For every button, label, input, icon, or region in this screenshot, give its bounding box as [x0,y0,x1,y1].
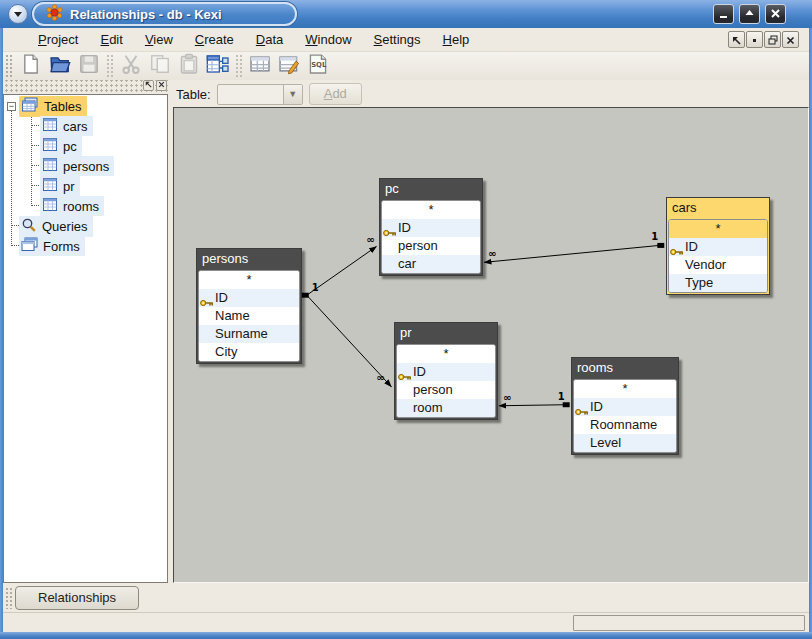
table-field-row[interactable]: person [397,381,495,399]
table-widget-pc[interactable]: pc * ID person car [379,178,483,276]
sidebar-item-pr[interactable]: pr [4,176,80,196]
menu-create[interactable]: Create [184,29,245,50]
maximize-button[interactable] [739,4,760,24]
mdi-close-button[interactable] [782,31,799,48]
cardinality-label: 1 [312,282,319,293]
menu-data[interactable]: Data [245,29,294,50]
table-field-row[interactable]: person [382,237,480,255]
table-field-row[interactable]: ID [382,219,480,237]
table-field-row[interactable]: Name [199,307,299,325]
navigator-close-button[interactable] [156,80,167,91]
tab-relationships[interactable]: Relationships [15,586,139,610]
new-document-icon [20,53,42,79]
minimize-button[interactable] [713,4,734,24]
statusbar [3,612,809,632]
mdi-restore-button[interactable] [728,31,745,48]
table-field-row[interactable]: car [382,255,480,273]
menu-help[interactable]: Help [432,29,481,50]
combo-dropdown-button[interactable]: ▼ [283,85,302,104]
table-widget-cars[interactable]: cars * ID Vendor Type [666,197,770,295]
main-toolbar: SQL [3,52,809,80]
close-icon [786,31,795,49]
relationships-canvas[interactable]: persons * ID Name Surname City pc * ID p… [173,107,809,583]
sidebar-item-forms[interactable]: Forms [4,236,85,256]
table-combo[interactable]: ▼ [217,84,303,105]
tabbar-grip[interactable] [5,587,12,609]
table-field-row[interactable]: * [574,380,676,398]
table-field-row[interactable]: Type [669,274,767,292]
table-widget-rooms[interactable]: rooms * ID Roomname Level [571,357,679,455]
kexi-flower-icon [46,4,63,25]
table-widget-title[interactable]: rooms [572,358,678,378]
table-field-row[interactable]: ID [669,238,767,256]
table-field-row[interactable]: Surname [199,325,299,343]
sql-view-button[interactable]: SQL [304,53,331,79]
table-widget-title[interactable]: cars [667,198,769,218]
table-widget-title[interactable]: persons [197,249,301,269]
paste-button [175,53,202,79]
menu-view[interactable]: View [134,29,184,50]
new-button[interactable] [17,53,44,79]
table-icon [42,137,58,155]
table-field-row[interactable]: Roomname [574,416,676,434]
menu-window[interactable]: Window [294,29,362,50]
sidebar-item-cars[interactable]: cars [4,116,93,136]
menu-project[interactable]: Project [27,29,89,50]
chevron-down-icon [13,10,23,18]
close-button[interactable] [765,4,786,24]
cut-scissors-icon [120,53,142,79]
titlebar[interactable]: Relationships - db - Kexi [0,0,812,28]
open-folder-icon [49,53,71,79]
table-widget-title[interactable]: pr [395,323,497,343]
sidebar-item-tables[interactable]: Tables [4,96,87,116]
table-field-row[interactable]: ID [199,289,299,307]
relationships-button[interactable] [204,53,231,79]
table-field-row[interactable]: * [199,271,299,289]
title-capsule: Relationships - db - Kexi [32,2,297,26]
relationship-line[interactable] [307,295,392,387]
sidebar-item-label: pc [63,139,77,154]
design-view-button[interactable] [275,53,302,79]
sidebar-item-pc[interactable]: pc [4,136,82,156]
table-field-row[interactable]: ID [574,398,676,416]
sidebar-item-label: persons [63,159,109,174]
mdi-minimize-button[interactable] [746,31,763,48]
table-icon [42,177,58,195]
tables-folder-icon [21,97,39,116]
table-combo-label: Table: [176,87,211,102]
chevron-down-icon: ▼ [288,89,297,99]
project-navigator: − Tables cars pc [3,94,168,583]
navigator-undock-button[interactable] [143,80,154,91]
table-widget-pr[interactable]: pr * ID person room [394,322,498,420]
toolbar-separator [106,54,113,78]
forms-icon [21,237,38,255]
menu-settings[interactable]: Settings [363,29,432,50]
table-field-row[interactable]: Vendor [669,256,767,274]
cardinality-label: 1 [651,231,658,242]
relationship-line[interactable] [484,245,659,262]
table-widget-persons[interactable]: persons * ID Name Surname City [196,248,302,364]
table-icon [42,197,58,215]
sidebar-item-rooms[interactable]: rooms [4,196,104,216]
table-field-row[interactable]: * [397,345,495,363]
table-field-row[interactable]: * [669,220,767,238]
table-field-row[interactable]: * [382,201,480,219]
table-widget-title[interactable]: pc [380,179,482,199]
table-data-view-button[interactable] [246,53,273,79]
mdi-maximize-button[interactable] [764,31,781,48]
window-menu-button[interactable] [8,4,28,24]
table-icon [42,157,58,175]
table-field-row[interactable]: Level [574,434,676,452]
table-field-row[interactable]: room [397,399,495,417]
paste-clipboard-icon [178,53,200,79]
open-button[interactable] [46,53,73,79]
table-field-row[interactable]: ID [397,363,495,381]
relationship-line[interactable] [499,405,566,406]
sidebar-item-persons[interactable]: persons [4,156,114,176]
sidebar-item-label: pr [63,179,75,194]
sidebar-item-queries[interactable]: Queries [4,216,93,236]
toolbar-grip[interactable] [5,54,12,78]
table-field-row[interactable]: City [199,343,299,361]
menu-edit[interactable]: Edit [89,29,133,50]
relationship-line[interactable] [307,246,377,295]
